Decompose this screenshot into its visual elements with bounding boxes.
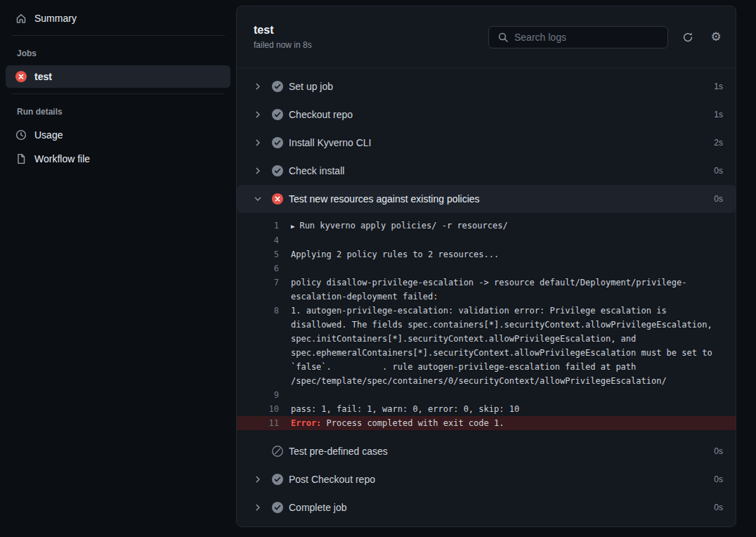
- home-icon: [15, 13, 27, 24]
- step-row-checkout-repo[interactable]: Checkout repo 1s: [237, 101, 736, 129]
- sidebar-item-summary[interactable]: Summary: [6, 7, 230, 30]
- step-duration: 2s: [714, 138, 723, 148]
- error-prefix: Error:: [291, 418, 321, 428]
- step-label: Test new resources against existing poli…: [289, 193, 480, 205]
- step-row-check-install[interactable]: Check install 0s: [237, 157, 736, 185]
- error-message: Process completed with exit code 1.: [321, 418, 504, 428]
- log-settings-button[interactable]: ⚙: [708, 29, 724, 46]
- log-line-number[interactable]: 4: [237, 233, 279, 247]
- sync-icon: [682, 32, 693, 43]
- step-row-test-pre-defined-cases[interactable]: Test pre-defined cases 0s: [237, 437, 736, 465]
- log-line-error: 11 Error: Process completed with exit co…: [237, 416, 736, 430]
- job-log-card: test failed now in 8s ⚙ Set up job 1s: [236, 6, 736, 527]
- chevron-right-icon: [254, 138, 262, 147]
- log-line-number[interactable]: 11: [237, 416, 279, 430]
- summary-label: Summary: [34, 13, 77, 24]
- log-line-number[interactable]: 6: [237, 261, 279, 276]
- success-icon: [272, 81, 283, 92]
- log-line-number[interactable]: 7: [237, 276, 279, 304]
- expand-log-group-icon[interactable]: ▶: [291, 223, 294, 230]
- step-row-complete-job[interactable]: Complete job 0s: [237, 493, 736, 522]
- chevron-right-icon: [254, 503, 262, 512]
- step-duration: 0s: [714, 166, 723, 176]
- step-duration: 0s: [714, 503, 723, 512]
- skipped-icon: [272, 446, 283, 457]
- log-line-number[interactable]: 5: [237, 247, 279, 261]
- workflow-file-label: Workflow file: [34, 153, 90, 164]
- sidebar-item-usage[interactable]: Usage: [6, 124, 230, 146]
- step-duration: 0s: [714, 446, 723, 456]
- job-label: test: [34, 71, 52, 82]
- log-line-number[interactable]: 1: [237, 219, 279, 233]
- log-line: 4: [237, 233, 736, 247]
- search-icon: [497, 32, 509, 43]
- step-label: Complete job: [289, 502, 347, 513]
- step-label: Test pre-defined cases: [289, 446, 388, 457]
- sidebar-divider: [11, 93, 225, 94]
- sidebar: Summary Jobs test Run details Usage Work…: [0, 0, 236, 537]
- log-line-number[interactable]: 9: [237, 388, 279, 402]
- step-duration: 0s: [714, 474, 723, 484]
- usage-label: Usage: [34, 129, 63, 141]
- gear-icon: ⚙: [710, 30, 721, 44]
- run-details-section-header: Run details: [0, 100, 236, 122]
- chevron-right-icon: [254, 167, 262, 175]
- step-label: Install Kyverno CLI: [289, 137, 372, 148]
- log-line: 1 ▶Run kyverno apply policies/ -r resour…: [237, 219, 736, 233]
- search-logs-box[interactable]: [488, 26, 668, 48]
- log-line-number[interactable]: 10: [237, 402, 279, 416]
- step-row-test-new-resources[interactable]: Test new resources against existing poli…: [237, 185, 736, 213]
- log-line-number[interactable]: 8: [237, 304, 279, 388]
- log-line: 8 1. autogen-privilege-escalation: valid…: [237, 304, 736, 388]
- success-icon: [272, 165, 283, 176]
- step-duration: 1s: [714, 82, 723, 91]
- refresh-logs-button[interactable]: [679, 29, 696, 46]
- success-icon: [272, 109, 283, 120]
- step-label: Post Checkout repo: [289, 474, 375, 485]
- success-icon: [272, 474, 283, 485]
- clock-icon: [15, 129, 27, 141]
- log-line: 6: [237, 261, 736, 276]
- search-logs-input[interactable]: [514, 32, 659, 43]
- sidebar-divider: [11, 35, 225, 36]
- log-command-text: ▶Run kyverno apply policies/ -r resource…: [291, 219, 723, 233]
- log-line: 9: [237, 388, 736, 402]
- job-status-subtitle: failed now in 8s: [254, 40, 312, 50]
- jobs-section-header: Jobs: [0, 41, 236, 64]
- step-duration: 0s: [714, 194, 723, 204]
- chevron-down-icon: [254, 195, 262, 203]
- success-icon: [272, 502, 283, 513]
- job-header: test failed now in 8s ⚙: [237, 6, 736, 68]
- step-label: Set up job: [289, 81, 333, 92]
- workflow-file-icon: [15, 153, 27, 164]
- log-line: 5 Applying 2 policy rules to 2 resources…: [237, 247, 736, 261]
- log-line: 10 pass: 1, fail: 1, warn: 0, error: 0, …: [237, 402, 736, 416]
- chevron-right-icon: [254, 110, 262, 119]
- step-duration: 1s: [714, 110, 723, 119]
- chevron-right-icon: [254, 82, 262, 91]
- step-log-output: 1 ▶Run kyverno apply policies/ -r resour…: [237, 213, 736, 437]
- step-label: Checkout repo: [289, 109, 353, 120]
- steps-list: Set up job 1s Checkout repo 1s Install K…: [237, 68, 736, 522]
- failed-status-icon: [15, 71, 27, 82]
- success-icon: [272, 137, 283, 148]
- step-row-install-kyverno-cli[interactable]: Install Kyverno CLI 2s: [237, 129, 736, 157]
- chevron-right-icon: [254, 475, 262, 484]
- failed-status-icon: [272, 193, 283, 205]
- sidebar-item-workflow-file[interactable]: Workflow file: [6, 148, 230, 170]
- step-row-set-up-job[interactable]: Set up job 1s: [237, 72, 736, 101]
- step-row-post-checkout-repo[interactable]: Post Checkout repo 0s: [237, 465, 736, 493]
- job-title: test: [254, 24, 312, 37]
- log-line: 7 policy disallow-privilege-escalation -…: [237, 276, 736, 304]
- step-label: Check install: [289, 165, 344, 176]
- sidebar-job-test[interactable]: test: [6, 65, 230, 88]
- main-area: test failed now in 8s ⚙ Set up job 1s: [236, 0, 756, 537]
